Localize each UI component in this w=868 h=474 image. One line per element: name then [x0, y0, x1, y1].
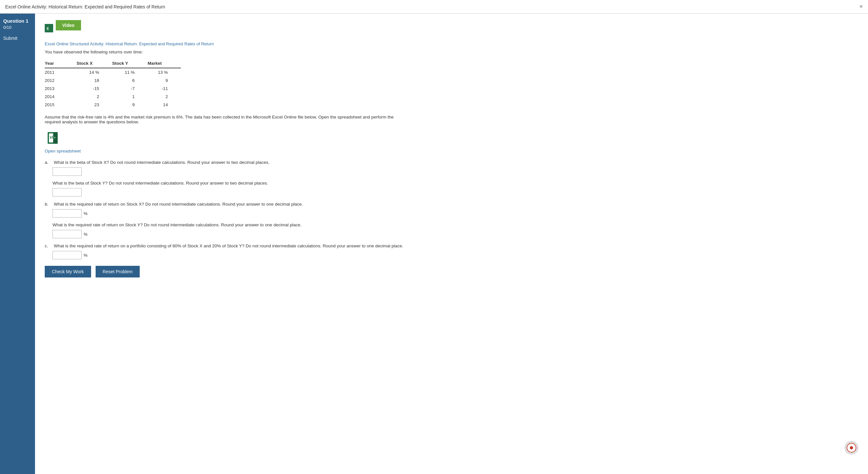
returns-table: Year Stock X Stock Y Market 201114 %11 %…: [45, 59, 181, 109]
assume-text: Assume that the risk-free rate is 4% and…: [45, 114, 401, 124]
table-row: 201114 %11 %13 %: [45, 68, 181, 76]
table-row: 2014212: [45, 93, 181, 101]
beta-x-row: [53, 167, 858, 176]
questions-section: a. What is the beta of Stock X? Do not r…: [45, 160, 858, 259]
sidebar: Question 1 0/10 Submit: [0, 13, 35, 474]
table-cell-stocky: -7: [112, 84, 148, 93]
table-cell-market: 13 %: [148, 68, 181, 76]
question-c-sub1-text: What is the required rate of return on a…: [54, 243, 403, 248]
question-b-letter: b.: [45, 202, 51, 207]
req-x-input[interactable]: [53, 209, 82, 217]
req-x-row: %: [53, 209, 858, 217]
beta-x-input[interactable]: [53, 167, 82, 176]
table-cell-stockx: 14 %: [76, 68, 112, 76]
question-c: c. What is the required rate of return o…: [45, 243, 858, 259]
table-cell-stocky: 11 %: [112, 68, 148, 76]
table-cell-stocky: 9: [112, 101, 148, 109]
help-dot: [850, 446, 853, 449]
pct-label-b1: %: [84, 211, 88, 216]
table-cell-stocky: 1: [112, 93, 148, 101]
question-b: b. What is the required rate of return o…: [45, 202, 858, 238]
svg-text:≡: ≡: [54, 136, 55, 139]
main-content: E Video Excel Online Structured Activity…: [35, 13, 868, 474]
title-bar: Excel Online Activity: Historical Return…: [0, 0, 868, 13]
table-cell-stockx: 2: [76, 93, 112, 101]
req-portfolio-input[interactable]: [53, 251, 82, 259]
excel-icon-section: xl ≡: [45, 130, 858, 147]
table-row: 2013-15-7-11: [45, 84, 181, 93]
help-icon[interactable]: [845, 441, 858, 454]
video-file-icon: E: [45, 24, 53, 32]
question-b-sub1-text: What is the required rate of return on S…: [54, 202, 303, 207]
table-row: 201523914: [45, 101, 181, 109]
req-portfolio-row: %: [53, 251, 858, 259]
question-a-letter: a.: [45, 160, 51, 165]
help-inner-circle: [847, 443, 856, 453]
table-cell-year: 2012: [45, 76, 76, 84]
table-cell-stockx: 23: [76, 101, 112, 109]
activity-link[interactable]: Excel Online Structured Activity: Histor…: [45, 41, 858, 46]
submit-button[interactable]: Submit: [3, 36, 18, 41]
question-a-sub2-text: What is the beta of Stock Y? Do not roun…: [53, 181, 268, 185]
table-cell-market: 9: [148, 76, 181, 84]
table-cell-stockx: 18: [76, 76, 112, 84]
pct-label-c: %: [84, 253, 88, 258]
table-cell-year: 2013: [45, 84, 76, 93]
window-title: Excel Online Activity: Historical Return…: [5, 4, 165, 9]
table-cell-stocky: 6: [112, 76, 148, 84]
video-button[interactable]: Video: [56, 20, 81, 30]
svg-text:E: E: [47, 27, 49, 30]
req-y-input[interactable]: [53, 230, 82, 238]
main-layout: Question 1 0/10 Submit E Video Excel Onl…: [0, 13, 868, 474]
col-header-stocky: Stock Y: [112, 59, 148, 68]
sidebar-question-label: Question 1: [3, 18, 32, 24]
table-cell-market: 14: [148, 101, 181, 109]
close-button[interactable]: ×: [859, 3, 863, 10]
question-a-sub1-text: What is the beta of Stock X? Do not roun…: [54, 160, 270, 165]
col-header-stockx: Stock X: [76, 59, 112, 68]
table-cell-market: -11: [148, 84, 181, 93]
excel-small-icon: E: [46, 25, 52, 31]
col-header-year: Year: [45, 59, 76, 68]
pct-label-b2: %: [84, 232, 88, 237]
excel-icon-wrap: xl ≡: [45, 130, 60, 147]
reset-problem-button[interactable]: Reset Problem: [96, 266, 140, 277]
question-b-sub2-text: What is the required rate of return on S…: [53, 223, 302, 227]
button-row: Check My Work Reset Problem: [45, 266, 858, 277]
open-spreadsheet-link[interactable]: Open spreadsheet: [45, 148, 858, 154]
intro-text: You have observed the following returns …: [45, 49, 858, 55]
svg-text:xl: xl: [50, 135, 53, 140]
question-a: a. What is the beta of Stock X? Do not r…: [45, 160, 858, 197]
req-y-row: %: [53, 230, 858, 238]
table-cell-year: 2015: [45, 101, 76, 109]
video-button-wrap: E Video: [45, 20, 858, 36]
excel-icon: xl ≡: [45, 130, 60, 146]
beta-y-row: [53, 188, 858, 197]
question-c-letter: c.: [45, 243, 51, 248]
video-label: Video: [62, 23, 74, 28]
table-cell-market: 2: [148, 93, 181, 101]
col-header-market: Market: [148, 59, 181, 68]
check-my-work-button[interactable]: Check My Work: [45, 266, 91, 277]
table-cell-year: 2014: [45, 93, 76, 101]
table-cell-year: 2011: [45, 68, 76, 76]
table-cell-stockx: -15: [76, 84, 112, 93]
table-row: 20121869: [45, 76, 181, 84]
sidebar-score: 0/10: [3, 25, 32, 30]
beta-y-input[interactable]: [53, 188, 82, 197]
